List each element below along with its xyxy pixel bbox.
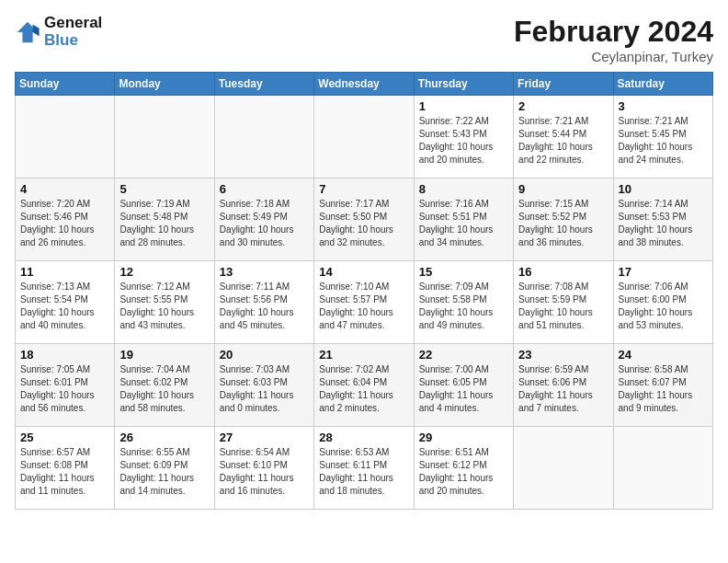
calendar-cell (314, 96, 414, 178)
calendar-cell: 21Sunrise: 7:02 AM Sunset: 6:04 PM Dayli… (314, 344, 414, 427)
day-number: 10 (619, 182, 708, 196)
calendar-cell: 27Sunrise: 6:54 AM Sunset: 6:10 PM Dayli… (214, 427, 313, 510)
calendar-cell: 28Sunrise: 6:53 AM Sunset: 6:11 PM Dayli… (314, 427, 414, 510)
calendar-cell: 22Sunrise: 7:00 AM Sunset: 6:05 PM Dayli… (414, 344, 513, 427)
calendar-cell: 29Sunrise: 6:51 AM Sunset: 6:12 PM Dayli… (414, 427, 513, 510)
day-info: Sunrise: 6:54 AM Sunset: 6:10 PM Dayligh… (220, 446, 309, 498)
calendar-cell: 1Sunrise: 7:22 AM Sunset: 5:43 PM Daylig… (414, 96, 513, 178)
day-info: Sunrise: 7:21 AM Sunset: 5:45 PM Dayligh… (619, 115, 708, 167)
weekday-header: Monday (115, 73, 214, 96)
day-number: 8 (419, 182, 508, 196)
calendar-cell: 25Sunrise: 6:57 AM Sunset: 6:08 PM Dayli… (16, 427, 115, 510)
calendar-cell: 4Sunrise: 7:20 AM Sunset: 5:46 PM Daylig… (16, 178, 115, 261)
day-info: Sunrise: 7:00 AM Sunset: 6:05 PM Dayligh… (419, 363, 508, 415)
day-number: 22 (419, 348, 508, 362)
logo-icon (15, 19, 40, 45)
calendar-cell: 16Sunrise: 7:08 AM Sunset: 5:59 PM Dayli… (514, 261, 613, 344)
day-number: 12 (119, 265, 209, 279)
day-number: 28 (319, 431, 408, 444)
day-info: Sunrise: 7:04 AM Sunset: 6:02 PM Dayligh… (119, 363, 209, 415)
calendar-subtitle: Ceylanpinar, Turkey (514, 49, 713, 64)
calendar-week-row: 18Sunrise: 7:05 AM Sunset: 6:01 PM Dayli… (16, 344, 713, 427)
day-info: Sunrise: 7:03 AM Sunset: 6:03 PM Dayligh… (220, 363, 309, 415)
day-number: 1 (419, 99, 508, 113)
day-info: Sunrise: 7:22 AM Sunset: 5:43 PM Dayligh… (419, 115, 508, 167)
calendar-cell: 17Sunrise: 7:06 AM Sunset: 6:00 PM Dayli… (613, 261, 712, 344)
calendar-cell: 23Sunrise: 6:59 AM Sunset: 6:06 PM Dayli… (514, 344, 613, 427)
day-number: 2 (518, 99, 608, 113)
calendar-week-row: 25Sunrise: 6:57 AM Sunset: 6:08 PM Dayli… (16, 427, 713, 510)
day-number: 14 (319, 265, 408, 279)
calendar-cell: 14Sunrise: 7:10 AM Sunset: 5:57 PM Dayli… (314, 261, 414, 344)
day-info: Sunrise: 7:19 AM Sunset: 5:48 PM Dayligh… (119, 198, 209, 249)
day-number: 20 (220, 348, 309, 362)
weekday-header: Thursday (414, 73, 513, 96)
calendar-cell: 19Sunrise: 7:04 AM Sunset: 6:02 PM Dayli… (115, 344, 214, 427)
calendar-week-row: 4Sunrise: 7:20 AM Sunset: 5:46 PM Daylig… (16, 178, 713, 261)
day-number: 23 (518, 348, 608, 362)
calendar-cell: 2Sunrise: 7:21 AM Sunset: 5:44 PM Daylig… (514, 96, 613, 178)
day-number: 18 (20, 348, 109, 362)
day-info: Sunrise: 6:51 AM Sunset: 6:12 PM Dayligh… (419, 446, 508, 498)
day-info: Sunrise: 7:11 AM Sunset: 5:56 PM Dayligh… (220, 281, 309, 332)
page-header: General Blue February 2024 Ceylanpinar, … (15, 15, 713, 64)
day-info: Sunrise: 7:15 AM Sunset: 5:52 PM Dayligh… (518, 198, 608, 249)
weekday-header: Tuesday (214, 73, 313, 96)
day-number: 6 (220, 182, 309, 196)
calendar-header-row: SundayMondayTuesdayWednesdayThursdayFrid… (16, 73, 713, 96)
calendar-table: SundayMondayTuesdayWednesdayThursdayFrid… (15, 72, 713, 510)
day-number: 27 (220, 431, 309, 444)
day-number: 11 (20, 265, 109, 279)
weekday-header: Saturday (613, 73, 712, 96)
day-number: 15 (419, 265, 508, 279)
day-info: Sunrise: 7:17 AM Sunset: 5:50 PM Dayligh… (319, 198, 408, 249)
calendar-week-row: 1Sunrise: 7:22 AM Sunset: 5:43 PM Daylig… (16, 96, 713, 178)
logo: General Blue (15, 15, 102, 49)
calendar-cell: 11Sunrise: 7:13 AM Sunset: 5:54 PM Dayli… (16, 261, 115, 344)
weekday-header: Sunday (16, 73, 115, 96)
calendar-cell (514, 427, 613, 510)
day-info: Sunrise: 7:12 AM Sunset: 5:55 PM Dayligh… (119, 281, 209, 332)
day-number: 21 (319, 348, 408, 362)
calendar-cell: 26Sunrise: 6:55 AM Sunset: 6:09 PM Dayli… (115, 427, 214, 510)
day-info: Sunrise: 6:58 AM Sunset: 6:07 PM Dayligh… (619, 363, 708, 415)
calendar-cell: 20Sunrise: 7:03 AM Sunset: 6:03 PM Dayli… (214, 344, 313, 427)
calendar-cell: 13Sunrise: 7:11 AM Sunset: 5:56 PM Dayli… (214, 261, 313, 344)
day-number: 25 (20, 431, 109, 444)
day-number: 17 (619, 265, 708, 279)
day-info: Sunrise: 7:02 AM Sunset: 6:04 PM Dayligh… (319, 363, 408, 415)
day-info: Sunrise: 7:21 AM Sunset: 5:44 PM Dayligh… (518, 115, 608, 167)
day-info: Sunrise: 7:06 AM Sunset: 6:00 PM Dayligh… (619, 281, 708, 332)
calendar-cell: 6Sunrise: 7:18 AM Sunset: 5:49 PM Daylig… (214, 178, 313, 261)
day-number: 13 (220, 265, 309, 279)
weekday-header: Wednesday (314, 73, 414, 96)
day-number: 3 (619, 99, 708, 113)
calendar-cell: 24Sunrise: 6:58 AM Sunset: 6:07 PM Dayli… (613, 344, 712, 427)
calendar-cell (613, 427, 712, 510)
calendar-cell: 8Sunrise: 7:16 AM Sunset: 5:51 PM Daylig… (414, 178, 513, 261)
day-number: 5 (119, 182, 209, 196)
day-info: Sunrise: 7:05 AM Sunset: 6:01 PM Dayligh… (20, 363, 109, 415)
day-number: 19 (119, 348, 209, 362)
day-number: 24 (619, 348, 708, 362)
day-info: Sunrise: 6:59 AM Sunset: 6:06 PM Dayligh… (518, 363, 608, 415)
calendar-cell: 9Sunrise: 7:15 AM Sunset: 5:52 PM Daylig… (514, 178, 613, 261)
calendar-week-row: 11Sunrise: 7:13 AM Sunset: 5:54 PM Dayli… (16, 261, 713, 344)
day-info: Sunrise: 7:08 AM Sunset: 5:59 PM Dayligh… (518, 281, 608, 332)
day-info: Sunrise: 6:53 AM Sunset: 6:11 PM Dayligh… (319, 446, 408, 498)
day-number: 9 (518, 182, 608, 196)
day-number: 26 (119, 431, 209, 444)
day-info: Sunrise: 7:16 AM Sunset: 5:51 PM Dayligh… (419, 198, 508, 249)
calendar-cell (115, 96, 214, 178)
calendar-cell (16, 96, 115, 178)
calendar-cell: 15Sunrise: 7:09 AM Sunset: 5:58 PM Dayli… (414, 261, 513, 344)
day-info: Sunrise: 7:10 AM Sunset: 5:57 PM Dayligh… (319, 281, 408, 332)
logo-text: General Blue (44, 15, 102, 49)
day-info: Sunrise: 7:14 AM Sunset: 5:53 PM Dayligh… (619, 198, 708, 249)
day-info: Sunrise: 7:18 AM Sunset: 5:49 PM Dayligh… (220, 198, 309, 249)
calendar-cell: 10Sunrise: 7:14 AM Sunset: 5:53 PM Dayli… (613, 178, 712, 261)
calendar-title: February 2024 (514, 15, 713, 49)
calendar-cell: 12Sunrise: 7:12 AM Sunset: 5:55 PM Dayli… (115, 261, 214, 344)
day-info: Sunrise: 7:09 AM Sunset: 5:58 PM Dayligh… (419, 281, 508, 332)
calendar-cell (214, 96, 313, 178)
